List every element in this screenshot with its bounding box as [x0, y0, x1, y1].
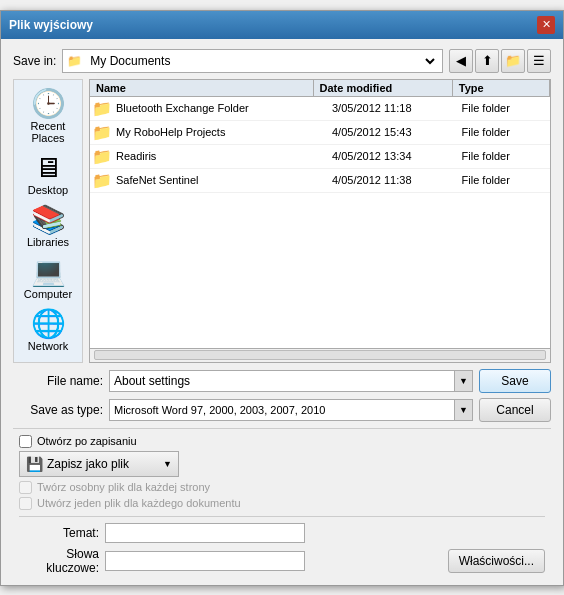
file-list: 📁 Bluetooth Exchange Folder 3/05/2012 11…	[89, 96, 551, 349]
file-name: My RoboHelp Projects	[116, 126, 332, 138]
sidebar-label-recent-places: Recent Places	[18, 120, 78, 144]
file-date: 4/05/2012 15:43	[332, 126, 462, 138]
col-header-name[interactable]: Name	[90, 80, 314, 96]
sidebar-item-desktop[interactable]: 🖥 Desktop	[16, 150, 80, 200]
save-in-select[interactable]: My Documents	[86, 53, 438, 69]
view-button[interactable]: ☰	[527, 49, 551, 73]
computer-icon: 💻	[31, 258, 66, 286]
main-area: 🕒 Recent Places 🖥 Desktop 📚 Libraries 💻 …	[13, 79, 551, 363]
close-button[interactable]: ✕	[537, 16, 555, 34]
file-list-header: Name Date modified Type	[89, 79, 551, 96]
open-after-save-checkbox[interactable]	[19, 435, 32, 448]
separate-file-checkbox[interactable]	[19, 481, 32, 494]
up-button[interactable]: ⬆	[475, 49, 499, 73]
file-date: 4/05/2012 11:38	[332, 174, 462, 186]
sidebar-label-network: Network	[28, 340, 68, 352]
sidebar-item-libraries[interactable]: 📚 Libraries	[16, 202, 80, 252]
save-as-btn-row: 💾 Zapisz jako plik ▼	[19, 451, 545, 477]
slowa-row: Słowa kluczowe: Właściwości...	[19, 547, 545, 575]
file-name-combo: ▼	[109, 370, 473, 392]
file-date: 3/05/2012 11:18	[332, 102, 462, 114]
sidebar-label-computer: Computer	[24, 288, 72, 300]
libraries-icon: 📚	[31, 206, 66, 234]
toolbar-buttons: ◀ ⬆ 📁 ☰	[449, 49, 551, 73]
bottom-section: Otwórz po zapisaniu 💾 Zapisz jako plik ▼…	[13, 435, 551, 575]
file-type: File folder	[462, 150, 548, 162]
back-button[interactable]: ◀	[449, 49, 473, 73]
separate-file-row: Twórz osobny plik dla każdej strony	[19, 481, 545, 494]
save-as-btn-label: Zapisz jako plik	[47, 457, 129, 471]
temat-label: Temat:	[19, 526, 99, 540]
open-after-save-row: Otwórz po zapisaniu	[19, 435, 545, 448]
cancel-button[interactable]: Cancel	[479, 398, 551, 422]
file-name: Bluetooth Exchange Folder	[116, 102, 332, 114]
file-name-input[interactable]	[110, 374, 454, 388]
new-folder-button[interactable]: 📁	[501, 49, 525, 73]
title-bar: Plik wyjściowy ✕	[1, 11, 563, 39]
open-after-save-label: Otwórz po zapisaniu	[37, 435, 137, 447]
slowa-input[interactable]	[105, 551, 305, 571]
desktop-icon: 🖥	[34, 154, 62, 182]
save-as-plik-button[interactable]: 💾 Zapisz jako plik ▼	[19, 451, 179, 477]
save-as-type-row: Save as type: ▼ Cancel	[13, 398, 551, 422]
file-name: SafeNet Sentinel	[116, 174, 332, 186]
file-date: 4/05/2012 13:34	[332, 150, 462, 162]
file-name: Readiris	[116, 150, 332, 162]
save-in-label: Save in:	[13, 54, 56, 68]
network-icon: 🌐	[31, 310, 66, 338]
one-file-checkbox[interactable]	[19, 497, 32, 510]
separate-file-label: Twórz osobny plik dla każdej strony	[37, 481, 210, 493]
temat-row: Temat:	[19, 523, 545, 543]
folder-icon: 📁	[92, 123, 112, 142]
save-in-combo: 📁 My Documents	[62, 49, 443, 73]
file-type: File folder	[462, 174, 548, 186]
save-as-dropdown-arrow: ▼	[163, 459, 172, 469]
one-file-label: Utwórz jeden plik dla każdego dokumentu	[37, 497, 241, 509]
table-row[interactable]: 📁 Bluetooth Exchange Folder 3/05/2012 11…	[90, 97, 550, 121]
file-name-row: File name: ▼ Save	[13, 369, 551, 393]
dialog-title: Plik wyjściowy	[9, 18, 93, 32]
sidebar-item-recent-places[interactable]: 🕒 Recent Places	[16, 86, 80, 148]
slowa-inner: Słowa kluczowe:	[19, 547, 305, 575]
dialog-body: Save in: 📁 My Documents ◀ ⬆ 📁 ☰ 🕒 Recent…	[1, 39, 563, 585]
divider-1	[13, 428, 551, 429]
save-in-row: Save in: 📁 My Documents ◀ ⬆ 📁 ☰	[13, 49, 551, 73]
sidebar-item-network[interactable]: 🌐 Network	[16, 306, 80, 356]
col-header-date[interactable]: Date modified	[314, 80, 453, 96]
file-list-area: Name Date modified Type 📁 Bluetooth Exch…	[89, 79, 551, 363]
col-header-type[interactable]: Type	[453, 80, 550, 96]
temat-input[interactable]	[105, 523, 305, 543]
folder-icon: 📁	[92, 99, 112, 118]
wlasciwosci-button[interactable]: Właściwości...	[448, 549, 545, 573]
one-file-row: Utwórz jeden plik dla każdego dokumentu	[19, 497, 545, 510]
folder-icon: 📁	[92, 147, 112, 166]
table-row[interactable]: 📁 SafeNet Sentinel 4/05/2012 11:38 File …	[90, 169, 550, 193]
save-button[interactable]: Save	[479, 369, 551, 393]
file-name-dropdown-arrow[interactable]: ▼	[454, 371, 472, 391]
scrollbar-area[interactable]	[89, 349, 551, 363]
file-type: File folder	[462, 126, 548, 138]
file-type: File folder	[462, 102, 548, 114]
save-icon: 💾	[26, 456, 43, 472]
save-as-type-dropdown-arrow[interactable]: ▼	[454, 400, 472, 420]
table-row[interactable]: 📁 My RoboHelp Projects 4/05/2012 15:43 F…	[90, 121, 550, 145]
scroll-track[interactable]	[94, 350, 546, 360]
recent-places-icon: 🕒	[31, 90, 66, 118]
folder-icon: 📁	[67, 54, 82, 68]
divider-2	[19, 516, 545, 517]
slowa-label: Słowa kluczowe:	[19, 547, 99, 575]
sidebar: 🕒 Recent Places 🖥 Desktop 📚 Libraries 💻 …	[13, 79, 83, 363]
save-as-type-input[interactable]	[110, 404, 454, 416]
sidebar-item-computer[interactable]: 💻 Computer	[16, 254, 80, 304]
save-as-type-label: Save as type:	[13, 403, 103, 417]
folder-icon: 📁	[92, 171, 112, 190]
table-row[interactable]: 📁 Readiris 4/05/2012 13:34 File folder	[90, 145, 550, 169]
sidebar-label-desktop: Desktop	[28, 184, 68, 196]
save-as-type-combo: ▼	[109, 399, 473, 421]
dialog-window: Plik wyjściowy ✕ Save in: 📁 My Documents…	[0, 10, 564, 586]
file-name-label: File name:	[13, 374, 103, 388]
sidebar-label-libraries: Libraries	[27, 236, 69, 248]
